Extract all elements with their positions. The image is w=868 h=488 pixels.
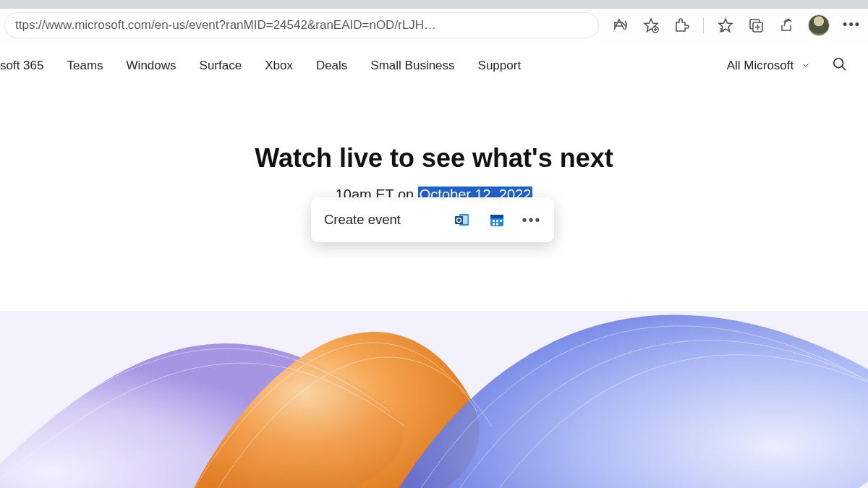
nav-item-smallbiz[interactable]: Small Business — [370, 59, 454, 73]
svg-point-3 — [834, 58, 843, 67]
all-microsoft-dropdown[interactable]: All Microsoft — [727, 59, 810, 73]
svg-rect-12 — [496, 220, 498, 222]
more-menu-icon[interactable]: ••• — [843, 17, 861, 33]
nav-item-deals[interactable]: Deals — [316, 59, 347, 73]
favorites-list-icon[interactable] — [717, 17, 734, 34]
calendar-app-icon[interactable] — [488, 210, 506, 229]
collections-icon[interactable] — [747, 17, 765, 34]
extensions-icon[interactable] — [673, 17, 690, 34]
share-icon[interactable] — [778, 17, 795, 34]
address-bar[interactable]: ttps://www.microsoft.com/en-us/event?ran… — [4, 12, 599, 38]
hero-title: Watch live to see what's next — [0, 143, 868, 174]
nav-right: All Microsoft — [727, 56, 848, 76]
site-nav: soft 365 Teams Windows Surface Xbox Deal… — [0, 42, 868, 90]
svg-rect-14 — [493, 223, 495, 226]
svg-rect-13 — [500, 220, 502, 222]
svg-rect-7 — [455, 216, 463, 224]
outlook-icon[interactable] — [453, 210, 472, 229]
nav-item-support[interactable]: Support — [478, 59, 522, 73]
hero-banner-image — [0, 311, 868, 488]
create-event-label: Create event — [324, 212, 401, 228]
nav-item-ms365[interactable]: soft 365 — [0, 59, 44, 73]
nav-item-windows[interactable]: Windows — [127, 59, 176, 73]
all-microsoft-label: All Microsoft — [727, 59, 794, 72]
browser-toolbar: ttps://www.microsoft.com/en-us/event?ran… — [0, 9, 868, 42]
nav-item-xbox[interactable]: Xbox — [265, 59, 293, 73]
search-icon[interactable] — [832, 56, 848, 76]
svg-rect-10 — [490, 215, 503, 218]
svg-rect-15 — [496, 223, 498, 226]
url-text: ttps://www.microsoft.com/en-us/event?ran… — [15, 18, 436, 33]
create-event-popover: Create event ••• — [311, 197, 554, 242]
tab-strip — [0, 0, 868, 9]
nav-links: soft 365 Teams Windows Surface Xbox Deal… — [0, 59, 521, 73]
nav-item-surface[interactable]: Surface — [200, 59, 242, 73]
toolbar-separator — [703, 17, 704, 33]
popover-more-icon[interactable]: ••• — [522, 210, 541, 229]
chevron-down-icon — [801, 59, 810, 73]
svg-rect-11 — [493, 220, 495, 222]
read-aloud-icon[interactable] — [612, 17, 629, 34]
nav-item-teams[interactable]: Teams — [67, 59, 103, 73]
favorite-star-icon[interactable] — [642, 17, 660, 34]
profile-avatar[interactable] — [808, 14, 830, 36]
toolbar-icons: ••• — [599, 14, 861, 36]
